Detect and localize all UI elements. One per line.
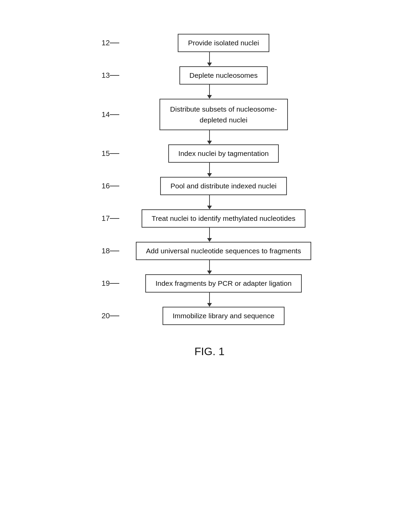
box-wrapper-17: Treat nuclei to identify methylated nucl… [119,209,328,228]
conn-arrow-16-17 [207,206,212,209]
step-row-13: 13 Deplete nucleosomes [91,66,328,85]
dash-12 [110,43,119,43]
connector-14-15 [91,130,328,144]
connector-17-18 [91,228,328,242]
step-number-15: 15 [91,149,110,158]
dash-20 [110,316,119,316]
box-wrapper-14: Distribute subsets of nucleosome- deplet… [119,99,328,130]
flow-box-15: Index nuclei by tagmentation [168,144,279,163]
flow-box-14-line2: depleted nuclei [200,116,247,124]
box-wrapper-13: Deplete nucleosomes [119,66,328,85]
step-row-12: 12 Provide isolated nuclei [91,34,328,52]
conn-arrow-15-16 [207,173,212,177]
conn-col-18-19 [207,260,212,274]
conn-line-19-20 [209,293,210,303]
dash-16 [110,186,119,186]
step-row-14: 14 Distribute subsets of nucleosome- dep… [91,99,328,130]
flow-box-19: Index fragments by PCR or adapter ligati… [145,274,302,293]
box-wrapper-18: Add universal nucleotide sequences to fr… [119,242,328,260]
step-number-14: 14 [91,110,110,119]
step-row-19: 19 Index fragments by PCR or adapter lig… [91,274,328,293]
box-wrapper-12: Provide isolated nuclei [119,34,328,52]
flow-box-20: Immobilize library and sequence [163,307,285,325]
connector-19-20 [91,293,328,307]
connector-15-16 [91,163,328,177]
box-wrapper-15: Index nuclei by tagmentation [119,144,328,163]
conn-arrow-18-19 [207,271,212,274]
conn-col-14-15 [207,130,212,144]
conn-line-14-15 [209,130,210,141]
flow-box-18: Add universal nucleotide sequences to fr… [136,242,311,260]
connector-18-19 [91,260,328,274]
conn-arrow-13-14 [207,95,212,99]
connector-13-14 [91,85,328,99]
dash-13 [110,75,119,76]
step-number-13: 13 [91,71,110,80]
dash-14 [110,114,119,115]
flow-box-14-line1: Distribute subsets of nucleosome- [170,105,277,113]
conn-line-16-17 [209,195,210,206]
step-row-18: 18 Add universal nucleotide sequences to… [91,242,328,260]
dash-17 [110,218,119,219]
step-number-12: 12 [91,39,110,47]
fig-label: FIG. 1 [195,345,225,358]
conn-line-15-16 [209,163,210,173]
step-number-19: 19 [91,279,110,288]
step-number-16: 16 [91,182,110,190]
conn-col-19-20 [207,293,212,307]
conn-line-13-14 [209,85,210,95]
conn-line-12-13 [209,52,210,63]
flow-box-12: Provide isolated nuclei [178,34,269,52]
flow-box-16: Pool and distribute indexed nuclei [160,177,287,195]
conn-col-12-13 [207,52,212,66]
conn-arrow-12-13 [207,63,212,66]
dash-15 [110,153,119,154]
page-container: 12 Provide isolated nuclei 13 Deplete nu… [0,14,419,532]
step-number-18: 18 [91,247,110,255]
box-wrapper-20: Immobilize library and sequence [119,307,328,325]
step-row-20: 20 Immobilize library and sequence [91,307,328,325]
step-row-15: 15 Index nuclei by tagmentation [91,144,328,163]
step-row-17: 17 Treat nuclei to identify methylated n… [91,209,328,228]
connector-12-13 [91,52,328,66]
box-wrapper-16: Pool and distribute indexed nuclei [119,177,328,195]
conn-col-15-16 [207,163,212,177]
conn-line-17-18 [209,228,210,238]
conn-col-13-14 [207,85,212,99]
step-number-20: 20 [91,311,110,320]
conn-arrow-17-18 [207,238,212,242]
conn-arrow-19-20 [207,303,212,307]
conn-col-17-18 [207,228,212,242]
flow-box-14: Distribute subsets of nucleosome- deplet… [159,99,288,130]
conn-arrow-14-15 [207,141,212,144]
flow-box-13: Deplete nucleosomes [179,66,268,85]
dash-18 [110,251,119,251]
conn-col-16-17 [207,195,212,209]
flowchart: 12 Provide isolated nuclei 13 Deplete nu… [91,34,328,325]
dash-19 [110,283,119,284]
conn-line-18-19 [209,260,210,271]
connector-16-17 [91,195,328,209]
step-number-17: 17 [91,214,110,223]
box-wrapper-19: Index fragments by PCR or adapter ligati… [119,274,328,293]
step-row-16: 16 Pool and distribute indexed nuclei [91,177,328,195]
flow-box-17: Treat nuclei to identify methylated nucl… [142,209,305,228]
